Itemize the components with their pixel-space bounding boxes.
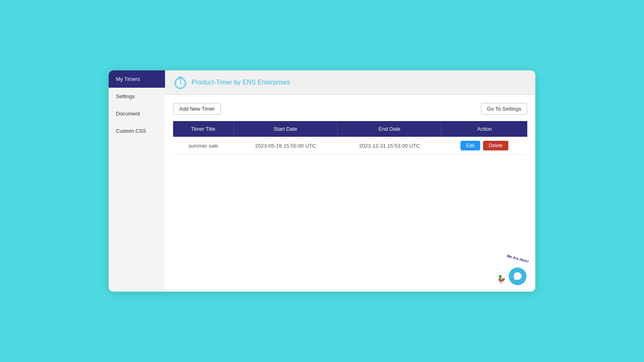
table-header-row: Timer Title Start Date End Date Action <box>173 121 527 137</box>
chat-label: We Are Here! <box>506 254 529 264</box>
toolbar: Add New Timer Go To Settings <box>173 103 527 115</box>
main-content: Product-Timer by ENS Enterprises Add New… <box>165 70 535 292</box>
add-new-timer-button[interactable]: Add New Timer <box>173 103 221 115</box>
sidebar-item-custom-css[interactable]: Custom CSS <box>109 122 165 140</box>
app-container: My Timers Settings Document Custom CSS P… <box>109 70 535 292</box>
timers-table: Timer Title Start Date End Date Action s… <box>173 121 527 155</box>
end-date-cell: 2023-12-31 15:53:00 UTC <box>338 137 442 155</box>
start-date-cell: 2023-05-18 15:55:00 UTC <box>233 137 337 155</box>
action-cell: Edit Delete <box>442 137 527 155</box>
col-action: Action <box>442 121 527 137</box>
header-brand: ENS Enterprises <box>243 79 290 86</box>
delete-button[interactable]: Delete <box>483 141 508 150</box>
header: Product-Timer by ENS Enterprises <box>165 70 535 95</box>
edit-button[interactable]: Edit <box>460 141 480 150</box>
go-to-settings-button[interactable]: Go To Settings <box>481 103 527 115</box>
chat-circle-button[interactable] <box>509 267 526 285</box>
timer-icon <box>173 75 188 90</box>
sidebar-item-settings[interactable]: Settings <box>109 88 165 105</box>
col-timer-title: Timer Title <box>173 121 233 137</box>
header-title-text: Product-Timer by <box>192 79 243 86</box>
sidebar-item-my-timers[interactable]: My Timers <box>109 70 165 88</box>
sidebar-item-document[interactable]: Document <box>109 105 165 122</box>
col-start-date: Start Date <box>233 121 337 137</box>
table-row: summer sale 2023-05-18 15:55:00 UTC 2023… <box>173 137 527 155</box>
chat-duck-icon: 🦆 <box>497 275 506 284</box>
chat-bubble-icon <box>513 272 522 281</box>
header-title: Product-Timer by ENS Enterprises <box>192 79 290 86</box>
timer-title-cell: summer sale <box>173 137 233 155</box>
sidebar: My Timers Settings Document Custom CSS <box>109 70 165 292</box>
content-area: Add New Timer Go To Settings Timer Title… <box>165 95 535 292</box>
chat-widget[interactable]: We Are Here! 🦆 <box>497 257 529 285</box>
col-end-date: End Date <box>338 121 442 137</box>
